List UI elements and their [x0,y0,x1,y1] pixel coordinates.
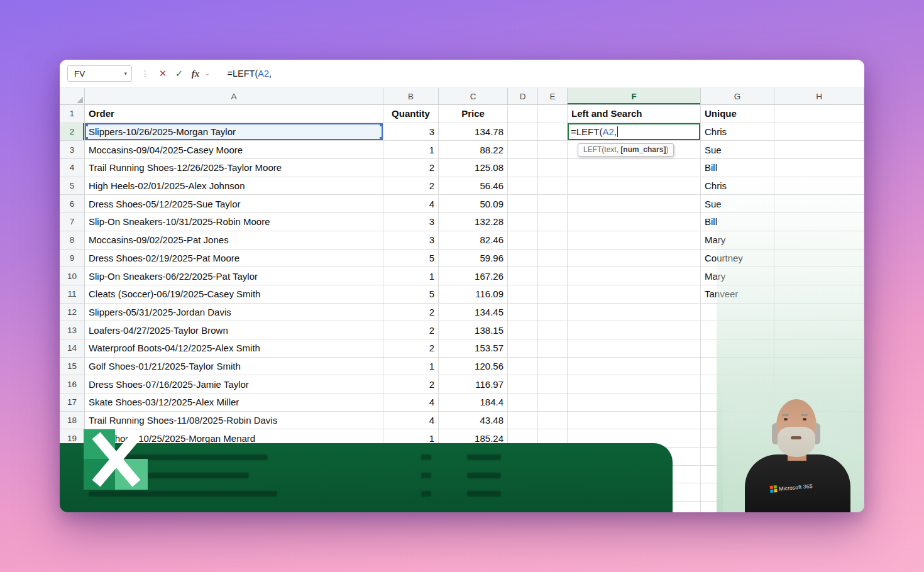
row-number-7[interactable]: 7 [60,213,85,231]
insert-function-icon[interactable]: fx [187,69,204,79]
cell-D16[interactable] [508,375,538,393]
cell-F9[interactable] [568,250,701,268]
cell-A6[interactable]: Dress Shoes-05/12/2025-Sue Taylor [85,195,383,213]
cell-C7[interactable]: 132.28 [439,213,508,231]
cell-B9[interactable]: 5 [383,250,439,268]
cell-A5[interactable]: High Heels-02/01/2025-Alex Johnson [85,177,383,195]
column-header-D[interactable]: D [508,88,538,105]
cell-G1[interactable]: Unique [701,105,774,123]
cell-C3[interactable]: 88.22 [439,141,508,159]
cell-D11[interactable] [508,285,538,304]
select-all-corner[interactable] [60,88,85,105]
cell-G11[interactable]: Tanveer [701,285,774,304]
cell-A15[interactable]: Golf Shoes-01/21/2025-Taylor Smith [85,358,383,376]
cell-H8[interactable] [774,231,864,250]
cell-E12[interactable] [538,304,568,322]
cell-G8[interactable]: Mary [701,231,774,250]
cell-C15[interactable]: 120.56 [439,358,508,376]
cell-F7[interactable] [568,213,701,231]
column-header-H[interactable]: H [774,88,864,105]
cell-E11[interactable] [538,285,568,304]
cell-B6[interactable]: 4 [383,195,439,213]
cell-G4[interactable]: Bill [701,159,774,177]
cell-A3[interactable]: Moccasins-09/04/2025-Casey Moore [85,141,383,159]
cell-G13[interactable] [701,321,774,339]
cell-D13[interactable] [508,321,538,339]
reference-handle[interactable] [85,137,88,140]
cell-F14[interactable] [568,339,701,358]
cell-F18[interactable] [568,412,701,430]
cell-B3[interactable]: 1 [383,141,439,159]
cell-A18[interactable]: Trail Running Shoes-11/08/2025-Robin Dav… [85,412,383,430]
cell-C16[interactable]: 116.97 [439,375,508,393]
cell-F8[interactable] [568,231,701,250]
cell-A8[interactable]: Moccasins-09/02/2025-Pat Jones [85,231,383,250]
row-number-1[interactable]: 1 [60,105,85,123]
cell-H5[interactable] [774,177,864,195]
cell-H12[interactable] [774,304,864,322]
cell-C4[interactable]: 125.08 [439,159,508,177]
cell-C18[interactable]: 43.48 [439,412,508,430]
cell-D7[interactable] [508,213,538,231]
row-number-13[interactable]: 13 [60,321,85,339]
cell-H11[interactable] [774,285,864,304]
cell-B10[interactable]: 1 [383,267,439,285]
cell-D12[interactable] [508,304,538,322]
cell-B1[interactable]: Quantity [383,105,439,123]
cell-E8[interactable] [538,231,568,250]
cell-H15[interactable] [774,358,864,376]
cell-H3[interactable] [774,141,864,159]
active-cell-F2-editor[interactable]: =LEFT(A2, [568,123,701,141]
cell-D10[interactable] [508,267,538,285]
cell-B13[interactable]: 2 [383,321,439,339]
cell-D14[interactable] [508,339,538,358]
cell-B5[interactable]: 2 [383,177,439,195]
cell-E13[interactable] [538,321,568,339]
enter-icon[interactable]: ✓ [171,68,187,79]
cell-F5[interactable] [568,177,701,195]
cell-D8[interactable] [508,231,538,250]
cell-B4[interactable]: 2 [383,159,439,177]
cell-G3[interactable]: Sue [701,141,774,159]
cell-H1[interactable] [774,105,864,123]
cell-D3[interactable] [508,141,538,159]
row-number-11[interactable]: 11 [60,285,85,304]
cell-H6[interactable] [774,195,864,213]
cell-B2[interactable]: 3 [383,123,439,141]
cell-F1[interactable]: Left and Search [568,105,701,123]
cell-B8[interactable]: 3 [383,231,439,250]
row-number-3[interactable]: 3 [60,141,85,159]
row-number-9[interactable]: 9 [60,250,85,268]
cell-D1[interactable] [508,105,538,123]
cell-E7[interactable] [538,213,568,231]
cell-F17[interactable] [568,393,701,412]
cell-C13[interactable]: 138.15 [439,321,508,339]
cell-G5[interactable]: Chris [701,177,774,195]
cell-G7[interactable]: Bill [701,213,774,231]
row-number-4[interactable]: 4 [60,159,85,177]
cell-E5[interactable] [538,177,568,195]
cell-E1[interactable] [538,105,568,123]
cell-A10[interactable]: Slip-On Sneakers-06/22/2025-Pat Taylor [85,267,383,285]
cell-B16[interactable]: 2 [383,375,439,393]
name-box[interactable]: FV ▾ [67,65,132,82]
cell-F16[interactable] [568,375,701,393]
cell-H4[interactable] [774,159,864,177]
cell-A13[interactable]: Loafers-04/27/2025-Taylor Brown [85,321,383,339]
cell-G9[interactable]: Courtney [701,250,774,268]
cell-F13[interactable] [568,321,701,339]
cell-A7[interactable]: Slip-On Sneakers-10/31/2025-Robin Moore [85,213,383,231]
cell-F15[interactable] [568,358,701,376]
reference-handle[interactable] [85,123,88,126]
cancel-icon[interactable]: ✕ [155,68,171,79]
cell-C1[interactable]: Price [439,105,508,123]
cell-D6[interactable] [508,195,538,213]
cell-C17[interactable]: 184.4 [439,393,508,412]
cell-E18[interactable] [538,412,568,430]
row-number-17[interactable]: 17 [60,393,85,412]
cell-A17[interactable]: Skate Shoes-03/12/2025-Alex Miller [85,393,383,412]
cell-D17[interactable] [508,393,538,412]
name-box-dropdown-icon[interactable]: ▾ [124,70,127,77]
cell-C12[interactable]: 134.45 [439,304,508,322]
cell-A1[interactable]: Order [85,105,383,123]
